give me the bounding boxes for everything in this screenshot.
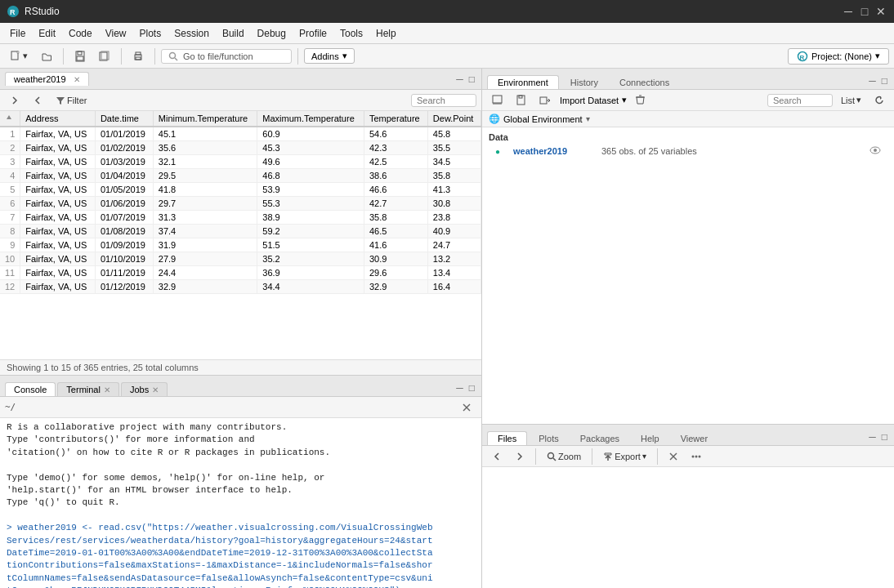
cell-maxtemp: 53.9	[257, 183, 364, 197]
open-file-button[interactable]	[36, 48, 57, 65]
files-minimize[interactable]: ─	[867, 431, 878, 443]
print-button[interactable]	[127, 48, 149, 65]
tab-environment[interactable]: Environment	[487, 75, 559, 89]
tab-terminal[interactable]: Terminal ✕	[57, 382, 119, 396]
menu-profile[interactable]: Profile	[293, 26, 333, 41]
global-env-label[interactable]: Global Environment	[503, 114, 583, 124]
data-viewer-minimize[interactable]: ─	[454, 74, 465, 85]
env-refresh-button[interactable]	[869, 93, 889, 108]
col-header-address[interactable]: Address	[20, 111, 96, 127]
minimize-button[interactable]: ─	[842, 5, 855, 18]
console-minimize[interactable]: ─	[454, 382, 465, 394]
plots-delete-button[interactable]	[664, 449, 683, 464]
env-save-button[interactable]	[511, 92, 531, 108]
col-header-datetime[interactable]: Date.time	[95, 111, 153, 127]
env-dataset-name[interactable]: weather2019	[513, 146, 595, 156]
env-dataset-item[interactable]: ● weather2019 365 obs. of 25 variables	[489, 144, 887, 158]
tab-console[interactable]: Console	[5, 382, 56, 396]
project-dropdown[interactable]: R Project: (None) ▾	[788, 48, 889, 65]
goto-file-input[interactable]: Go to file/function	[161, 49, 292, 64]
data-viewer-maximize[interactable]: □	[467, 74, 476, 85]
menu-debug[interactable]: Debug	[251, 26, 293, 41]
col-header-rownum[interactable]	[0, 111, 20, 127]
files-maximize[interactable]: □	[880, 431, 889, 443]
plots-options-button[interactable]	[686, 449, 706, 464]
new-file-button[interactable]: ▾	[5, 48, 33, 65]
data-viewer-tab[interactable]: weather2019 ✕	[5, 72, 89, 86]
tab-history[interactable]: History	[561, 76, 608, 89]
table-row[interactable]: 1 Fairfax, VA, US 01/01/2019 45.1 60.9 5…	[0, 127, 481, 141]
cell-date: 01/05/2019	[95, 183, 153, 197]
plots-back-button[interactable]	[487, 449, 507, 464]
plots-forward-button[interactable]	[510, 449, 530, 464]
env-load-button[interactable]	[487, 92, 507, 108]
import-arrow[interactable]: ▾	[622, 95, 627, 105]
tab-connections[interactable]: Connections	[610, 76, 679, 89]
menu-file[interactable]: File	[3, 26, 32, 41]
tab-terminal-close[interactable]: ✕	[104, 385, 110, 394]
tab-help[interactable]: Help	[631, 432, 669, 445]
table-search-input[interactable]	[411, 94, 476, 107]
data-forward-button[interactable]	[28, 93, 47, 108]
env-maximize[interactable]: □	[880, 75, 889, 87]
env-dataset-view-button[interactable]	[869, 146, 881, 156]
tab-plots[interactable]: Plots	[529, 432, 568, 445]
console-maximize[interactable]: □	[467, 382, 476, 394]
menu-tools[interactable]: Tools	[333, 26, 369, 41]
col-header-maxtemp[interactable]: Maximum.Temperature	[257, 111, 364, 127]
console-clear-button[interactable]	[457, 400, 476, 415]
table-container[interactable]: Address Date.time Minimum.Temperature Ma…	[0, 111, 481, 359]
menu-build[interactable]: Build	[216, 26, 251, 41]
tab-packages[interactable]: Packages	[570, 432, 629, 445]
table-row[interactable]: 3 Fairfax, VA, US 01/03/2019 32.1 49.6 4…	[0, 155, 481, 169]
tab-history-label: History	[570, 78, 598, 87]
data-viewer-tab-close[interactable]: ✕	[74, 75, 80, 84]
table-row[interactable]: 8 Fairfax, VA, US 01/08/2019 37.4 59.2 4…	[0, 225, 481, 238]
console-content[interactable]: R is a collaborative project with many c…	[0, 418, 481, 588]
plots-back-icon	[492, 452, 502, 461]
data-back-button[interactable]	[5, 93, 25, 108]
filter-button[interactable]: Filter	[51, 93, 92, 108]
env-minimize[interactable]: ─	[867, 75, 878, 87]
table-row[interactable]: 10 Fairfax, VA, US 01/10/2019 27.9 35.2 …	[0, 252, 481, 266]
maximize-button[interactable]: □	[858, 5, 871, 18]
global-env-arrow[interactable]: ▾	[586, 114, 590, 123]
menu-view[interactable]: View	[99, 26, 133, 41]
env-clear-button[interactable]	[630, 92, 650, 108]
menu-session[interactable]: Session	[168, 26, 216, 41]
env-search-input[interactable]	[767, 94, 833, 107]
table-row[interactable]: 12 Fairfax, VA, US 01/12/2019 32.9 34.4 …	[0, 280, 481, 294]
cell-temp: 41.6	[364, 238, 427, 252]
table-row[interactable]: 6 Fairfax, VA, US 01/06/2019 29.7 55.3 4…	[0, 197, 481, 211]
table-row[interactable]: 5 Fairfax, VA, US 01/05/2019 41.8 53.9 4…	[0, 183, 481, 197]
cell-rownum: 3	[0, 155, 20, 169]
close-button[interactable]: ✕	[874, 5, 887, 18]
save-button[interactable]	[69, 48, 91, 65]
tab-jobs-close[interactable]: ✕	[152, 385, 159, 394]
col-header-temp[interactable]: Temperature	[364, 111, 427, 127]
menu-plots[interactable]: Plots	[133, 26, 168, 41]
addins-dropdown[interactable]: Addins ▾	[304, 48, 355, 64]
col-header-mintemp[interactable]: Minimum.Temperature	[153, 111, 257, 127]
tab-viewer[interactable]: Viewer	[671, 432, 717, 445]
table-row[interactable]: 11 Fairfax, VA, US 01/11/2019 24.4 36.9 …	[0, 266, 481, 280]
tab-jobs[interactable]: Jobs ✕	[121, 382, 168, 396]
table-row[interactable]: 9 Fairfax, VA, US 01/09/2019 31.9 51.5 4…	[0, 238, 481, 252]
table-row[interactable]: 4 Fairfax, VA, US 01/04/2019 29.5 46.8 3…	[0, 169, 481, 183]
tab-files[interactable]: Files	[487, 431, 527, 445]
table-row[interactable]: 7 Fairfax, VA, US 01/07/2019 31.3 38.9 3…	[0, 211, 481, 225]
export-button[interactable]: Export ▾	[598, 449, 651, 464]
env-list-button[interactable]: List ▾	[836, 92, 866, 108]
tab-connections-label: Connections	[619, 78, 669, 87]
import-dataset-button[interactable]	[534, 92, 555, 108]
export-arrow[interactable]: ▾	[642, 452, 646, 461]
menu-code[interactable]: Code	[62, 26, 99, 41]
menu-help[interactable]: Help	[369, 26, 403, 41]
zoom-button[interactable]: Zoom	[542, 449, 586, 464]
env-clear-icon	[635, 95, 646, 105]
col-header-dew[interactable]: Dew.Point	[427, 111, 481, 127]
save-all-button[interactable]	[94, 48, 115, 65]
cell-date: 01/01/2019	[95, 127, 153, 141]
table-row[interactable]: 2 Fairfax, VA, US 01/02/2019 35.6 45.3 4…	[0, 141, 481, 155]
menu-edit[interactable]: Edit	[32, 26, 62, 41]
